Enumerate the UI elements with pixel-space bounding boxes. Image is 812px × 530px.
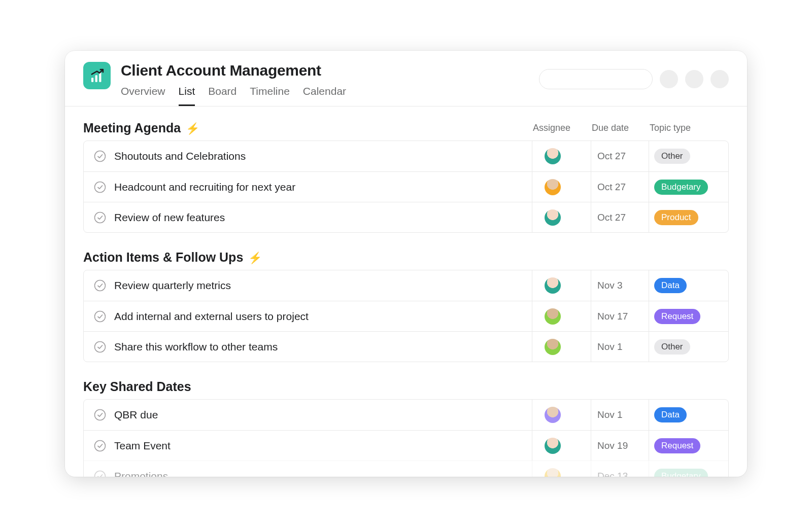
topic-tag[interactable]: Request [654, 438, 700, 453]
cell-task-name[interactable]: Review of new features [84, 202, 532, 232]
task-row[interactable]: Team Event Nov 19 Request [84, 430, 728, 461]
col-header-assignee[interactable]: Assignee [533, 123, 592, 133]
assignee-avatar[interactable] [545, 277, 561, 294]
svg-point-4 [95, 182, 106, 192]
check-circle-icon[interactable] [94, 409, 106, 421]
topic-tag[interactable]: Other [654, 339, 690, 355]
cell-task-name[interactable]: Promotions [84, 461, 532, 477]
cell-task-name[interactable]: Add internal and external users to proje… [84, 301, 532, 331]
check-circle-icon[interactable] [94, 150, 106, 162]
cell-task-name[interactable]: Shoutouts and Celebrations [84, 141, 532, 171]
cell-assignee[interactable] [532, 332, 591, 362]
tab-calendar[interactable]: Calendar [303, 85, 346, 106]
col-header-topic[interactable]: Topic type [650, 123, 729, 133]
cell-assignee[interactable] [532, 172, 591, 202]
task-row[interactable]: Headcount and recruiting for next year O… [84, 171, 728, 202]
cell-topic-type[interactable]: Product [649, 202, 728, 232]
assignee-avatar[interactable] [545, 438, 561, 454]
cell-topic-type[interactable]: Other [649, 141, 728, 171]
topic-tag[interactable]: Product [654, 210, 698, 225]
assignee-avatar[interactable] [545, 179, 561, 195]
topic-tag[interactable]: Budgetary [654, 180, 708, 195]
cell-assignee[interactable] [532, 461, 591, 477]
cell-topic-type[interactable]: Request [649, 301, 728, 331]
tab-list[interactable]: List [179, 85, 195, 106]
topic-tag[interactable]: Budgetary [654, 469, 708, 477]
section-title[interactable]: Meeting Agenda⚡ [83, 121, 199, 135]
assignee-avatar[interactable] [545, 209, 561, 226]
due-date-text: Nov 1 [597, 409, 623, 420]
section-header-row: Action Items & Follow Ups⚡ [83, 250, 729, 265]
cell-task-name[interactable]: Review quarterly metrics [84, 270, 532, 301]
task-row[interactable]: QBR due Nov 1 Data [84, 400, 728, 430]
check-circle-icon[interactable] [94, 279, 106, 292]
check-circle-icon[interactable] [94, 440, 106, 452]
topic-tag[interactable]: Data [654, 278, 687, 293]
cell-topic-type[interactable]: Request [649, 431, 728, 461]
assignee-avatar[interactable] [545, 308, 561, 325]
check-circle-icon[interactable] [94, 211, 106, 224]
assignee-avatar[interactable] [545, 339, 561, 355]
cell-due-date[interactable]: Nov 3 [591, 270, 649, 301]
task-name-text: Review of new features [114, 211, 225, 224]
task-row[interactable]: Shoutouts and Celebrations Oct 27 Other [84, 141, 728, 171]
section-title-text: Meeting Agenda [83, 121, 181, 135]
cell-assignee[interactable] [532, 141, 591, 171]
cell-due-date[interactable]: Oct 27 [591, 141, 649, 171]
topic-tag[interactable]: Request [654, 309, 700, 324]
header-circle-3[interactable] [710, 70, 729, 88]
cell-task-name[interactable]: Headcount and recruiting for next year [84, 172, 532, 202]
section: Action Items & Follow Ups⚡ Review quarte… [83, 250, 729, 362]
cell-due-date[interactable]: Nov 1 [591, 400, 649, 430]
section-title[interactable]: Action Items & Follow Ups⚡ [83, 250, 262, 265]
task-name-text: Promotions [114, 470, 168, 477]
check-circle-icon[interactable] [94, 310, 106, 323]
col-header-due[interactable]: Due date [592, 123, 650, 133]
cell-due-date[interactable]: Oct 27 [591, 172, 649, 202]
check-circle-icon[interactable] [94, 341, 106, 353]
tab-board[interactable]: Board [208, 85, 236, 106]
topic-tag[interactable]: Other [654, 149, 690, 164]
cell-topic-type[interactable]: Data [649, 270, 728, 301]
cell-topic-type[interactable]: Other [649, 332, 728, 362]
task-row[interactable]: Share this workflow to other teams Nov 1… [84, 331, 728, 362]
cell-assignee[interactable] [532, 270, 591, 301]
cell-task-name[interactable]: QBR due [84, 400, 532, 430]
cell-task-name[interactable]: Share this workflow to other teams [84, 332, 532, 362]
header-pill-placeholder[interactable] [539, 69, 653, 89]
cell-due-date[interactable]: Oct 27 [591, 202, 649, 232]
cell-due-date[interactable]: Dec 13 [591, 461, 649, 477]
cell-assignee[interactable] [532, 431, 591, 461]
check-circle-icon[interactable] [94, 181, 106, 193]
header-circle-1[interactable] [660, 70, 678, 88]
task-row[interactable]: Add internal and external users to proje… [84, 301, 728, 331]
tab-overview[interactable]: Overview [121, 85, 165, 106]
cell-topic-type[interactable]: Budgetary [649, 172, 728, 202]
due-date-text: Dec 13 [597, 471, 628, 477]
assignee-avatar[interactable] [545, 468, 561, 477]
assignee-avatar[interactable] [545, 407, 561, 423]
assignee-avatar[interactable] [545, 148, 561, 164]
cell-assignee[interactable] [532, 202, 591, 232]
section-title[interactable]: Key Shared Dates [83, 379, 191, 394]
tab-timeline[interactable]: Timeline [250, 85, 290, 106]
cell-assignee[interactable] [532, 301, 591, 331]
cell-topic-type[interactable]: Budgetary [649, 461, 728, 477]
project-title: Client Account Management [121, 62, 539, 79]
task-row[interactable]: Promotions Dec 13 Budgetary [84, 461, 728, 477]
svg-point-10 [95, 440, 106, 451]
task-row[interactable]: Review quarterly metrics Nov 3 Data [84, 270, 728, 301]
cell-due-date[interactable]: Nov 17 [591, 301, 649, 331]
svg-point-6 [95, 280, 106, 291]
cell-due-date[interactable]: Nov 1 [591, 332, 649, 362]
cell-task-name[interactable]: Team Event [84, 431, 532, 461]
cell-assignee[interactable] [532, 400, 591, 430]
header-circle-2[interactable] [685, 70, 703, 88]
topic-tag[interactable]: Data [654, 407, 687, 422]
task-name-text: Add internal and external users to proje… [114, 310, 309, 323]
task-row[interactable]: Review of new features Oct 27 Product [84, 202, 728, 232]
cell-due-date[interactable]: Nov 19 [591, 431, 649, 461]
section-header-row: Meeting Agenda⚡ Assignee Due date Topic … [83, 121, 729, 135]
check-circle-icon[interactable] [94, 470, 106, 477]
cell-topic-type[interactable]: Data [649, 400, 728, 430]
